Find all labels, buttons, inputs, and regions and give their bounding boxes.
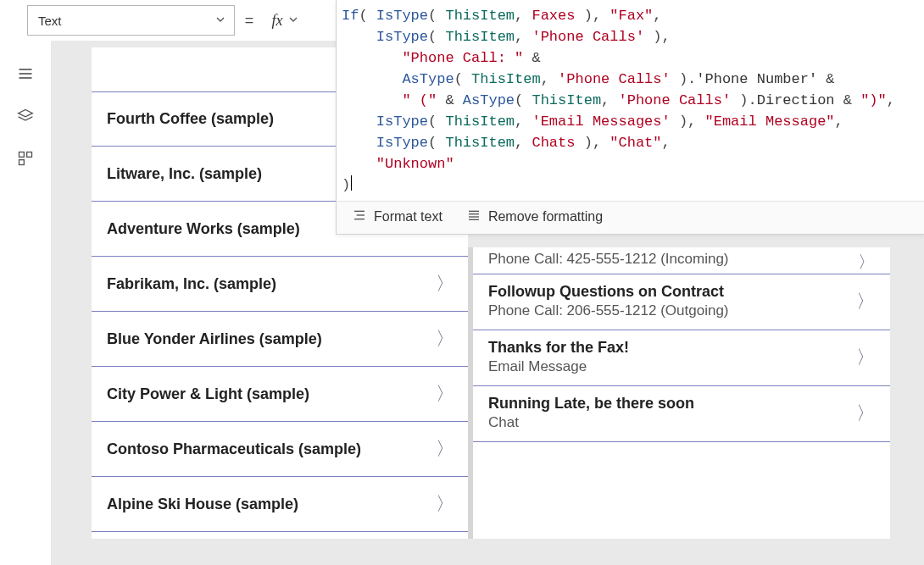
- activity-subtitle: Phone Call: 425-555-1212 (Incoming): [488, 251, 729, 268]
- activity-title: Followup Questions on Contract: [488, 283, 729, 301]
- chevron-right-icon: 〉: [856, 401, 875, 426]
- svg-marker-3: [19, 110, 33, 117]
- chevron-down-icon: [287, 13, 300, 28]
- activity-subtitle: Email Message: [488, 358, 629, 375]
- property-dropdown[interactable]: Text: [27, 5, 235, 36]
- fx-button[interactable]: fx: [264, 5, 308, 36]
- svg-rect-5: [27, 152, 32, 158]
- activity-row-partial[interactable]: Phone Call: 425-555-1212 (Incoming) 〉: [473, 247, 890, 274]
- account-row[interactable]: Blue Yonder Airlines (sample) 〉: [92, 312, 468, 367]
- formula-text[interactable]: If( IsType( ThisItem, Faxes ), "Fax", Is…: [337, 0, 924, 201]
- left-rail: [0, 41, 51, 168]
- chevron-right-icon: 〉: [436, 491, 454, 517]
- account-name: Fabrikam, Inc. (sample): [107, 275, 276, 293]
- account-row[interactable]: City Power & Light (sample) 〉: [92, 367, 468, 422]
- chevron-right-icon: 〉: [436, 326, 454, 352]
- account-name: City Power & Light (sample): [107, 385, 309, 403]
- account-name: Alpine Ski House (sample): [107, 496, 298, 513]
- svg-rect-4: [19, 152, 25, 158]
- remove-formatting-label: Remove formatting: [488, 209, 603, 224]
- chevron-down-icon: [214, 13, 227, 29]
- account-name: Contoso Pharmaceuticals (sample): [107, 440, 361, 458]
- activity-title: Running Late, be there soon: [488, 395, 694, 413]
- activity-subtitle: Phone Call: 206-555-1212 (Outgoing): [488, 302, 729, 319]
- account-row[interactable]: Fabrikam, Inc. (sample) 〉: [92, 257, 468, 312]
- svg-rect-6: [19, 160, 25, 165]
- formula-editor[interactable]: If( IsType( ThisItem, Faxes ), "Fax", Is…: [336, 0, 924, 235]
- chevron-right-icon: 〉: [436, 381, 454, 407]
- account-name: Fourth Coffee (sample): [107, 110, 274, 128]
- account-row[interactable]: Alpine Ski House (sample) 〉: [92, 477, 468, 532]
- activity-row[interactable]: Followup Questions on Contract Phone Cal…: [473, 274, 890, 330]
- tree-icon[interactable]: [16, 64, 35, 83]
- chevron-right-icon: 〉: [856, 289, 875, 314]
- caret: [351, 175, 352, 191]
- format-text-icon: [352, 208, 367, 225]
- account-name: Adventure Works (sample): [107, 220, 300, 238]
- chevron-right-icon: 〉: [436, 271, 454, 296]
- format-text-label: Format text: [374, 209, 443, 224]
- account-name: Litware, Inc. (sample): [107, 165, 262, 183]
- chevron-right-icon: 〉: [856, 345, 875, 370]
- remove-formatting-icon: [466, 208, 481, 225]
- formula-toolbar: Format text Remove formatting: [337, 201, 924, 234]
- format-text-button[interactable]: Format text: [352, 208, 443, 225]
- account-row[interactable]: Contoso Pharmaceuticals (sample) 〉: [92, 422, 468, 477]
- components-icon[interactable]: [16, 149, 35, 168]
- activities-gallery[interactable]: Phone Call: 425-555-1212 (Incoming) 〉 Fo…: [468, 247, 890, 539]
- remove-formatting-button[interactable]: Remove formatting: [466, 208, 603, 225]
- fx-label: fx: [272, 12, 283, 30]
- equals-sign: =: [235, 12, 264, 30]
- activity-row[interactable]: Thanks for the Fax! Email Message 〉: [473, 330, 890, 386]
- activity-title: Thanks for the Fax!: [488, 339, 629, 357]
- layers-icon[interactable]: [16, 107, 35, 125]
- account-name: Blue Yonder Airlines (sample): [107, 330, 322, 348]
- chevron-right-icon: 〉: [858, 251, 875, 274]
- activity-subtitle: Chat: [488, 414, 694, 431]
- chevron-right-icon: 〉: [436, 436, 454, 462]
- property-dropdown-value: Text: [38, 14, 62, 28]
- activity-row[interactable]: Running Late, be there soon Chat 〉: [473, 386, 890, 442]
